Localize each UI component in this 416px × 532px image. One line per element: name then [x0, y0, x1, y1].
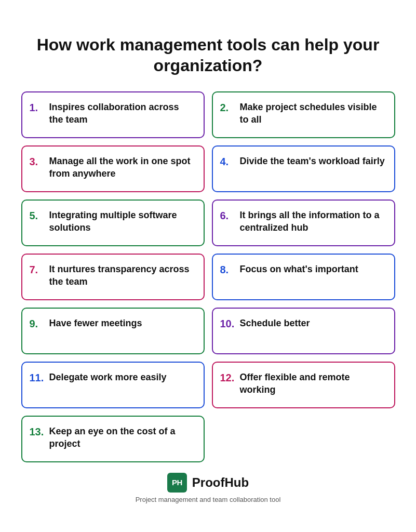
item-number: 5. — [30, 209, 44, 222]
list-item: 10.Schedule better — [212, 308, 395, 354]
list-item: 11.Delegate work more easily — [21, 362, 205, 408]
list-item: 3.Manage all the work in one spot from a… — [21, 145, 205, 192]
item-text: Have fewer meetings — [49, 317, 142, 329]
item-text: Delegate work more easily — [49, 371, 167, 383]
items-grid: 1.Inspires collaboration across the team… — [21, 91, 395, 462]
list-item: 7.It nurtures transparency across the te… — [21, 254, 205, 300]
page-wrapper: How work management tools can help your … — [11, 19, 406, 514]
item-text: Schedule better — [240, 317, 310, 329]
item-number: 7. — [30, 263, 44, 276]
item-text: Keep an eye on the cost of a project — [49, 425, 195, 450]
list-item: 4.Divide the team's workload fairly — [212, 145, 395, 192]
item-number: 4. — [220, 155, 235, 168]
item-number: 11. — [30, 371, 44, 384]
item-number: 3. — [30, 155, 44, 168]
brand-container: PH ProofHub — [167, 473, 249, 493]
item-number: 8. — [220, 263, 235, 276]
list-item: 1.Inspires collaboration across the team — [21, 91, 205, 138]
item-text: Make project schedules visible to all — [240, 101, 386, 126]
list-item: 6.It brings all the information to a cen… — [212, 200, 395, 246]
item-text: Focus on what's important — [240, 263, 358, 275]
item-number: 1. — [30, 101, 44, 114]
item-number: 13. — [30, 425, 44, 438]
brand-tagline: Project management and team collaboratio… — [136, 496, 281, 503]
item-number: 6. — [220, 209, 235, 222]
item-text: Divide the team's workload fairly — [240, 155, 385, 167]
list-item: 13.Keep an eye on the cost of a project — [21, 416, 205, 462]
item-number: 9. — [30, 317, 44, 330]
item-number: 12. — [220, 371, 235, 384]
item-text: Integrating multiple software solutions — [49, 209, 195, 234]
item-number: 10. — [220, 317, 235, 330]
list-item: 12.Offer flexible and remote working — [212, 362, 395, 408]
list-item: 9.Have fewer meetings — [21, 308, 205, 354]
item-text: Offer flexible and remote working — [240, 371, 386, 396]
footer: PH ProofHub Project management and team … — [21, 473, 395, 503]
item-text: Inspires collaboration across the team — [49, 101, 195, 126]
item-text: Manage all the work in one spot from any… — [49, 155, 195, 180]
item-text: It nurtures transparency across the team — [49, 263, 195, 288]
page-title: How work management tools can help your … — [21, 34, 395, 76]
brand-logo: PH — [167, 473, 187, 493]
item-text: It brings all the information to a centr… — [240, 209, 386, 234]
item-number: 2. — [220, 101, 235, 114]
list-item: 2.Make project schedules visible to all — [212, 91, 395, 138]
list-item: 5.Integrating multiple software solution… — [21, 200, 205, 246]
list-item: 8.Focus on what's important — [212, 254, 395, 300]
brand-name: ProofHub — [192, 475, 249, 490]
